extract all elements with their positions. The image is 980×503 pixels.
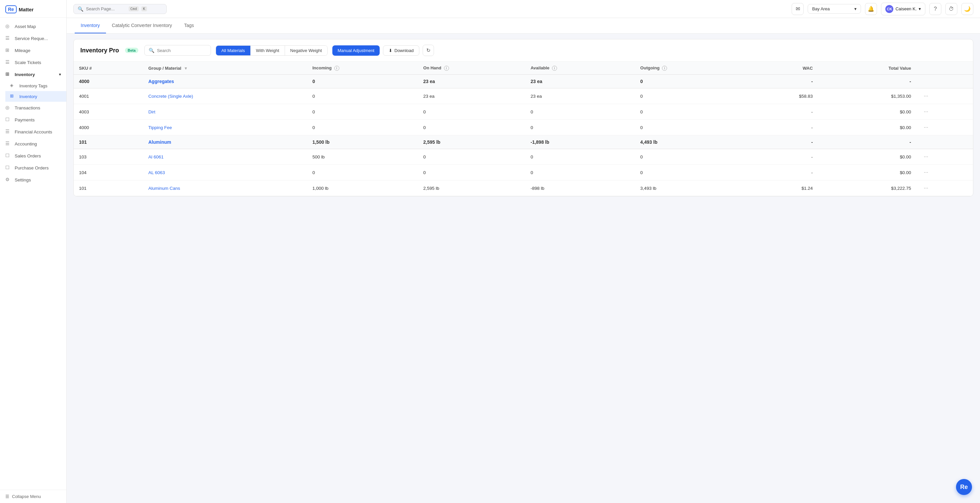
user-menu[interactable]: CK Caiseen K. ▾ xyxy=(881,3,925,15)
group-link[interactable]: Aluminum xyxy=(148,139,171,145)
topbar: 🔍 Cmd K ✉ Bay Area ▾ 🔔 CK Caiseen K. ▾ ?… xyxy=(67,0,980,18)
inventory-panel: Inventory Pro Beta 🔍 All Materials With … xyxy=(73,39,973,196)
location-dropdown[interactable]: Bay Area ▾ xyxy=(808,4,861,14)
inventory-search[interactable]: 🔍 xyxy=(144,45,211,56)
cell-incoming: 1,000 lb xyxy=(307,180,418,196)
item-link[interactable]: Concrete (Single Axle) xyxy=(148,94,193,99)
sidebar-item-inventory-tags[interactable]: ◈ Inventory Tags xyxy=(5,80,66,91)
cell-outgoing: 0 xyxy=(635,88,746,104)
sidebar-item-service-requests[interactable]: ☰ Service Reque... xyxy=(0,32,66,45)
refresh-button[interactable]: ↻ xyxy=(423,45,434,56)
row-more-button[interactable]: ··· xyxy=(922,124,930,131)
page-content: Inventory Catalytic Converter Inventory … xyxy=(67,18,980,503)
table-row: 104 AL 6063 0 0 0 0 - $0.00 ··· xyxy=(74,165,973,180)
filter-all-materials[interactable]: All Materials xyxy=(216,46,250,55)
cell-on-hand: 0 xyxy=(418,120,525,136)
sidebar-item-inventory[interactable]: ⊞ Inventory xyxy=(5,91,66,102)
col-actions xyxy=(916,62,973,75)
sidebar-item-label: Settings xyxy=(15,177,31,182)
cell-outgoing: 3,493 lb xyxy=(635,180,746,196)
item-link[interactable]: Tipping Fee xyxy=(148,125,172,130)
sidebar-item-mileage[interactable]: ⊞ Mileage xyxy=(0,45,66,56)
notifications-button[interactable]: 🔔 xyxy=(865,3,877,15)
moon-button[interactable]: 🌙 xyxy=(961,3,973,15)
location-label: Bay Area xyxy=(812,6,830,11)
download-button[interactable]: ⬇ Download xyxy=(383,45,419,56)
sidebar-item-inventory-section[interactable]: ⊞ Inventory ▾ xyxy=(0,69,66,80)
inventory-search-input[interactable] xyxy=(157,48,207,53)
outgoing-info-icon[interactable]: i xyxy=(662,66,667,71)
row-more-button[interactable]: ··· xyxy=(922,169,930,176)
accounting-icon: ☰ xyxy=(5,141,11,147)
cell-available: 0 xyxy=(525,104,635,120)
on-hand-info-icon[interactable]: i xyxy=(444,66,449,71)
item-link[interactable]: Al 6061 xyxy=(148,155,164,160)
collapse-label: Collapse Menu xyxy=(12,494,41,499)
sidebar-item-label: Inventory xyxy=(15,72,35,77)
group-link[interactable]: Aggregates xyxy=(148,79,174,84)
filter-negative-weight[interactable]: Negative Weight xyxy=(285,46,327,55)
item-link[interactable]: Aluminum Cans xyxy=(148,186,180,191)
cell-available: 0 xyxy=(525,165,635,180)
cell-wac: - xyxy=(746,104,818,120)
filter-with-weight[interactable]: With Weight xyxy=(250,46,285,55)
re-fab-button[interactable]: Re xyxy=(956,479,972,495)
sidebar-item-transactions[interactable]: ◎ Transactions xyxy=(0,102,66,114)
row-more-button[interactable]: ··· xyxy=(922,108,930,115)
tab-catalytic-converter[interactable]: Catalytic Converter Inventory xyxy=(106,18,178,34)
row-more-button[interactable]: ··· xyxy=(922,184,930,192)
timer-button[interactable]: ⏱ xyxy=(945,3,957,15)
cell-outgoing: 0 xyxy=(635,75,746,88)
cell-outgoing: 0 xyxy=(635,149,746,165)
download-icon: ⬇ xyxy=(389,48,392,53)
cell-actions: ··· xyxy=(916,88,973,104)
sidebar-item-purchase-orders[interactable]: ☐ Purchase Orders xyxy=(0,162,66,174)
filter-icon[interactable]: ▼ xyxy=(184,66,188,71)
re-fab-label: Re xyxy=(960,484,968,491)
help-button[interactable]: ? xyxy=(929,3,941,15)
user-name: Caiseen K. xyxy=(895,6,917,11)
search-input[interactable] xyxy=(86,6,126,11)
manual-adjustment-button[interactable]: Manual Adjustment xyxy=(332,45,380,56)
cell-sku: 101 xyxy=(74,136,143,149)
cell-on-hand: 0 xyxy=(418,165,525,180)
item-link[interactable]: Dirt xyxy=(148,109,155,114)
cell-sku: 101 xyxy=(74,180,143,196)
chevron-down-icon: ▾ xyxy=(854,6,857,11)
tab-inventory[interactable]: Inventory xyxy=(75,18,106,34)
row-more-button[interactable]: ··· xyxy=(922,153,930,160)
cell-sku: 4003 xyxy=(74,104,143,120)
item-link[interactable]: AL 6063 xyxy=(148,170,165,175)
cell-sku: 4001 xyxy=(74,88,143,104)
available-info-icon[interactable]: i xyxy=(552,66,557,71)
cell-total-value: $1,353.00 xyxy=(818,88,916,104)
sidebar-item-asset-map[interactable]: ◎ Asset Map xyxy=(0,20,66,32)
filter-button-group: All Materials With Weight Negative Weigh… xyxy=(216,45,328,56)
collapse-menu[interactable]: ☰ Collapse Menu xyxy=(0,490,66,503)
sidebar-item-payments[interactable]: ☐ Payments xyxy=(0,114,66,126)
cell-wac: $58.83 xyxy=(746,88,818,104)
sidebar-item-financial-accounts[interactable]: ☰ Financial Accounts xyxy=(0,126,66,138)
sidebar-item-sales-orders[interactable]: ☐ Sales Orders xyxy=(0,150,66,162)
cell-sku: 4000 xyxy=(74,120,143,136)
sidebar-item-settings[interactable]: ⚙ Settings xyxy=(0,174,66,186)
cell-incoming: 0 xyxy=(307,75,418,88)
tab-tags[interactable]: Tags xyxy=(178,18,200,34)
cell-actions xyxy=(916,136,973,149)
cell-sku: 103 xyxy=(74,149,143,165)
sidebar-item-accounting[interactable]: ☰ Accounting xyxy=(0,138,66,150)
cell-incoming: 1,500 lb xyxy=(307,136,418,149)
cell-wac: - xyxy=(746,120,818,136)
cell-available: 0 xyxy=(525,149,635,165)
incoming-info-icon[interactable]: i xyxy=(334,66,339,71)
cell-outgoing: 0 xyxy=(635,104,746,120)
sidebar-item-scale-tickets[interactable]: ☰ Scale Tickets xyxy=(0,56,66,69)
cell-wac: - xyxy=(746,136,818,149)
cell-on-hand: 0 xyxy=(418,149,525,165)
cell-on-hand: 23 ea xyxy=(418,75,525,88)
cell-material: Aluminum Cans xyxy=(143,180,307,196)
global-search[interactable]: 🔍 Cmd K xyxy=(73,4,167,14)
row-more-button[interactable]: ··· xyxy=(922,93,930,100)
col-group-material: Group / Material ▼ xyxy=(143,62,307,75)
email-button[interactable]: ✉ xyxy=(792,3,803,15)
